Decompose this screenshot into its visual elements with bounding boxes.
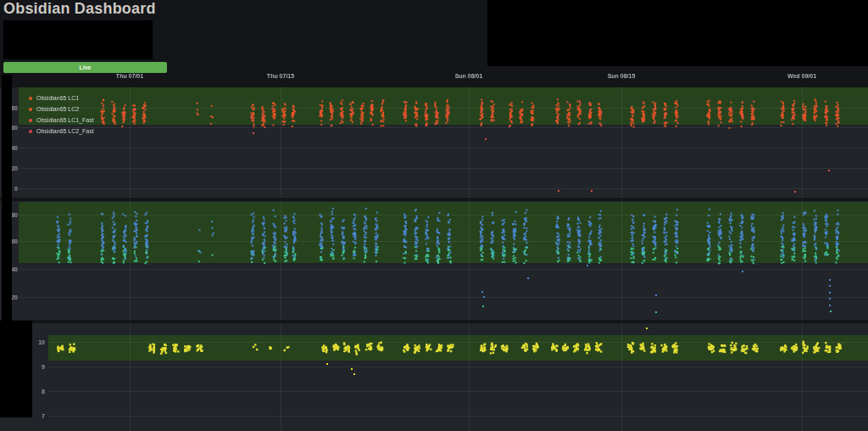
y-tick-label: 80 <box>11 212 18 218</box>
y-tick-label: 9 <box>42 364 45 370</box>
time-axis-label: Thu 07/15 <box>267 73 294 79</box>
y-tick-label: 60 <box>11 125 18 131</box>
dashboard-page: Obsidian Dashboard Thu 07/01 Thu 07/15 S… <box>0 0 868 431</box>
legend-item[interactable]: Obsidian65 LC1_Fast <box>29 115 94 126</box>
time-axis-label: Sun 08/15 <box>608 73 636 79</box>
time-axis-label: Thu 07/01 <box>116 73 143 79</box>
y-tick-label: 20 <box>11 165 18 171</box>
y-tick-label: 40 <box>11 145 18 151</box>
y-tick-label: 40 <box>11 266 18 272</box>
legend-label: Obsidian65 LC1_Fast <box>36 117 94 123</box>
time-axis-label: Sun 08/01 <box>455 73 483 79</box>
series-dot-icon <box>29 108 32 111</box>
legend-label: Obsidian65 LC2 <box>36 106 79 112</box>
redacted-box-bottom-left <box>0 321 32 417</box>
series-dot-icon <box>29 119 32 122</box>
y-tick-label: 0 <box>14 186 18 192</box>
legend-item[interactable]: Obsidian65 LC2 <box>29 104 94 115</box>
legend-label: Obsidian65 LC2_Fast <box>36 128 94 134</box>
legend: Obsidian65 LC1 Obsidian65 LC2 Obsidian65… <box>29 92 94 137</box>
legend-label: Obsidian65 LC1 <box>36 95 79 101</box>
y-tick-label: 20 <box>11 294 18 300</box>
series-dot-icon <box>29 97 32 100</box>
redacted-box-top-right <box>487 0 868 66</box>
time-axis-label: Wed 09/01 <box>787 73 816 79</box>
legend-item[interactable]: Obsidian65 LC2_Fast <box>29 126 94 137</box>
legend-item[interactable]: Obsidian65 LC1 <box>29 92 94 104</box>
series-dot-icon <box>29 130 32 133</box>
y-tick-label: 10 <box>38 339 45 345</box>
redacted-strip-left <box>2 75 12 321</box>
live-button[interactable]: Live <box>3 62 167 73</box>
y-tick-label: 7 <box>42 413 45 419</box>
y-tick-label: 80 <box>11 105 18 111</box>
redacted-box-top-left <box>3 20 153 59</box>
y-tick-label: 8 <box>42 389 45 395</box>
y-tick-label: 60 <box>11 238 18 244</box>
